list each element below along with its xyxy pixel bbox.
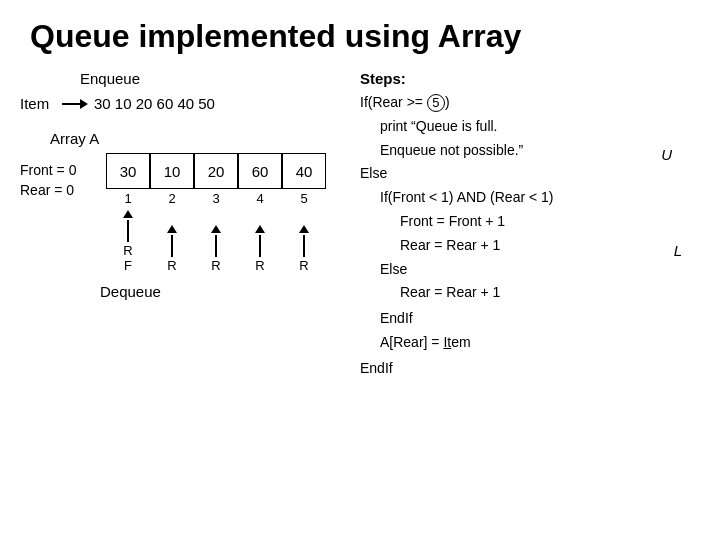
arrow-line [62,103,80,105]
array-values: 30 10 20 60 40 50 [94,95,215,112]
front-rear-labels: Front = 0 Rear = 0 [20,161,100,200]
array-cell-3: 60 [238,153,282,189]
step-line-4: Else [360,162,700,186]
arrow-line-1 [171,235,173,257]
arrow-col-3: R [238,225,282,273]
index-3: 4 [238,191,282,206]
item-label: Item [20,95,62,112]
arrow-indicators: RF R [106,210,326,273]
array-indices: 1 2 3 4 5 [106,191,326,206]
arrow-line-4 [303,235,305,257]
arrow-head-1 [167,225,177,233]
rear-label: Rear = 0 [20,181,100,201]
index-1: 2 [150,191,194,206]
arrow-col-4: R [282,225,326,273]
array-a-label: Array A [50,130,340,147]
arrow-line-2 [215,235,217,257]
step-line-3: Enqueue not possible.” [380,139,700,163]
array-cell-2: 20 [194,153,238,189]
step-line-5: If(Front < 1) AND (Rear < 1) [380,186,700,210]
index-2: 3 [194,191,238,206]
step-line-7: Rear = Rear + 1 [400,234,700,258]
rf-label-2: R [211,258,220,273]
arrow-head-4 [299,225,309,233]
array-cell-0: 30 [106,153,150,189]
rf-label-3: R [255,258,264,273]
step-line-8: Else [380,258,700,282]
circled-5: 5 [427,94,445,112]
step-line-10: EndIf [380,307,700,331]
array-cell-4: 40 [282,153,326,189]
front-label: Front = 0 [20,161,100,181]
rf-label-1: R [167,258,176,273]
array-table: 30 10 20 60 40 [106,153,326,189]
item-underlined: It [443,334,451,350]
arrow-head-2 [211,225,221,233]
arrow-line-3 [259,235,261,257]
steps-section: Steps: U L If(Rear >= 5) print “Queue is… [360,70,700,381]
array-table-wrapper: 30 10 20 60 40 1 2 3 4 5 [106,153,326,273]
arrow-line-0 [127,220,129,242]
step-line-9: Rear = Rear + 1 [400,281,700,305]
step-line-11: A[Rear] = Item [380,331,700,355]
up-arrow-1 [167,225,177,257]
step-line-1: If(Rear >= 5) [360,91,700,115]
arrow-head-0 [123,210,133,218]
step-line-6: Front = Front + 1 [400,210,700,234]
arrow-head-icon [80,99,88,109]
steps-header: Steps: [360,70,700,87]
steps-content: U L If(Rear >= 5) print “Queue is full. … [360,91,700,381]
dequeue-label: Dequeue [100,283,340,300]
up-arrow-0 [123,210,133,242]
item-arrow [62,99,88,109]
arrow-head-3 [255,225,265,233]
index-4: 5 [282,191,326,206]
arrow-col-1: R [150,225,194,273]
array-section: Front = 0 Rear = 0 30 10 20 60 40 1 2 3 … [20,153,340,273]
right-panel: Steps: U L If(Rear >= 5) print “Queue is… [340,70,700,381]
array-cell-1: 10 [150,153,194,189]
step-line-2: print “Queue is full. [380,115,700,139]
enqueue-label: Enqueue [80,70,140,87]
up-arrow-2 [211,225,221,257]
up-arrow-4 [299,225,309,257]
step-line-12: EndIf [360,357,700,381]
up-arrow-3 [255,225,265,257]
rf-label-4: R [299,258,308,273]
rf-label-0: RF [123,243,132,273]
page-title: Queue implemented using Array [0,0,720,65]
arrow-col-2: R [194,225,238,273]
arrow-col-0: RF [106,210,150,273]
left-panel: Enqueue Item 30 10 20 60 40 50 Array A F… [20,70,340,381]
index-0: 1 [106,191,150,206]
